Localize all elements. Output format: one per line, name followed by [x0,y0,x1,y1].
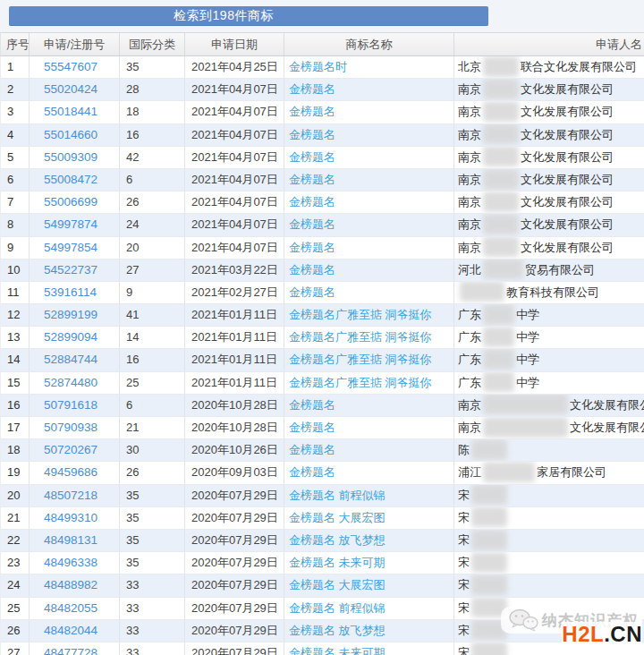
trademark-name-link[interactable]: 金榜题名 [289,128,335,141]
trademark-name-link[interactable]: 金榜题名 [289,105,335,118]
header-registration-number: 申请/注册号 [30,33,120,55]
trademark-name-link[interactable]: 金榜题名广雅至掂 洞爷挺你 [289,330,432,344]
applicant-name: 教育科技有限公司 [454,282,644,303]
registration-number-link[interactable]: 50790938 [44,421,97,434]
trademark-name-link[interactable]: 金榜题名 [289,421,335,434]
trademark-name-link[interactable]: 金榜题名时 [289,60,347,73]
registration-number-link[interactable]: 55020424 [44,82,97,96]
registration-number-link[interactable]: 54997854 [44,241,97,254]
trademark-name-link[interactable]: 金榜题名广雅至掂 洞爷挺你 [289,376,432,389]
registration-number-link[interactable]: 50791618 [44,398,97,412]
censored-blur-patch [483,259,523,280]
intl-class-value: 33 [120,598,185,619]
applicant-name: 广东中学 [454,304,644,326]
trademark-name-link[interactable]: 金榜题名 [289,195,335,208]
registration-number-link[interactable]: 48498131 [44,533,97,547]
trademark-name-link[interactable]: 金榜题名 [289,398,335,412]
censored-blur-patch [483,169,519,190]
trademark-name-link[interactable]: 金榜题名 未来可期 [289,556,386,569]
table-header: 序号 申请/注册号 国际分类 申请日期 商标名称 申请人名 [0,32,644,56]
registration-number-link[interactable]: 52899199 [44,308,97,321]
applicant-name: 广东中学 [454,372,644,394]
applicant-name-prefix: 南京 [458,150,481,164]
trademark-name-link[interactable]: 金榜题名 大展宏图 [289,578,386,591]
applicant-name: 宋 [454,552,644,574]
censored-blur-patch [483,191,519,212]
registration-number-link[interactable]: 55018441 [44,105,97,118]
registration-number-link[interactable]: 55008472 [44,173,97,186]
trademark-name-link[interactable]: 金榜题名广雅至掂 洞爷挺你 [289,353,432,366]
registration-number-link[interactable]: 53916114 [44,285,97,299]
registration-number-link[interactable]: 48482044 [44,624,97,637]
applicant-name-prefix: 广东 [458,353,481,366]
registration-number-link[interactable]: 52874480 [44,376,97,389]
trademark-name-link[interactable]: 金榜题名 前程似锦 [289,601,386,615]
registration-number-link[interactable]: 55014660 [44,128,97,141]
registration-number-link[interactable]: 48477728 [44,646,97,655]
intl-class-value: 6 [120,169,185,191]
trademark-name-link[interactable]: 金榜题名广雅至掂 洞爷挺你 [289,308,432,321]
trademark-name-link[interactable]: 金榜题名 [289,173,335,186]
trademark-name-link[interactable]: 金榜题名 前程似锦 [289,489,386,502]
intl-class-value: 30 [120,439,185,461]
registration-number-link[interactable]: 54522737 [44,263,97,276]
censored-blur-patch [483,304,514,325]
application-date-value: 2021年04月07日 [185,214,284,235]
trademark-name-link[interactable]: 金榜题名 [289,465,335,479]
row-serial-number: 9 [1,237,30,259]
censored-blur-patch [483,349,514,370]
applicant-name-prefix: 广东 [458,376,481,389]
censored-blur-patch [483,124,519,145]
trademark-name-link[interactable]: 金榜题名 [289,150,335,164]
trademark-name-link[interactable]: 金榜题名 放飞梦想 [289,533,386,547]
applicant-name-prefix: 南京 [458,217,481,231]
registration-number-link[interactable]: 52899094 [44,330,97,344]
table-row: 5 55009309 42 2021年04月07日 金榜题名 南京文化发展有限公… [1,147,644,169]
trademark-name-link[interactable]: 金榜题名 [289,443,335,456]
registration-number-link[interactable]: 48499310 [44,511,97,524]
registration-number-link[interactable]: 55006699 [44,195,97,208]
watermark: 纳杰知识产权 H2L.CN [487,607,644,648]
applicant-name-prefix: 广东 [458,308,481,321]
row-serial-number: 11 [1,282,30,303]
trademark-name-link[interactable]: 金榜题名 未来可期 [289,646,386,655]
censored-blur-patch [483,237,519,258]
intl-class-value: 26 [120,462,185,483]
trademark-name-link[interactable]: 金榜题名 [289,82,335,96]
trademark-name-link[interactable]: 金榜题名 大展宏图 [289,511,386,524]
registration-number-link[interactable]: 52884744 [44,353,97,366]
applicant-name-prefix: 宋 [458,511,470,524]
registration-number-link[interactable]: 48507218 [44,489,97,502]
applicant-name-suffix: 文化发展有限公司 [570,398,644,412]
intl-class-value: 27 [120,259,185,281]
trademark-table: 序号 申请/注册号 国际分类 申请日期 商标名称 申请人名 1 55547607… [0,32,644,655]
trademark-name-link[interactable]: 金榜题名 放飞梦想 [289,624,386,637]
registration-number-link[interactable]: 55009309 [44,150,97,164]
applicant-name-suffix: 联合文化发展有限公司 [521,60,637,73]
applicant-name-suffix: 文化发展有限公司 [521,217,614,231]
registration-number-link[interactable]: 50720267 [44,443,97,456]
trademark-name-link[interactable]: 金榜题名 [289,285,335,299]
table-row: 21 48499310 35 2020年07月29日 金榜题名 大展宏图 宋 [1,507,644,530]
trademark-name-link[interactable]: 金榜题名 [289,241,335,254]
applicant-name-prefix: 南京 [458,195,481,208]
trademark-name-link[interactable]: 金榜题名 [289,217,335,231]
header-intl-class: 国际分类 [120,33,185,55]
registration-number-link[interactable]: 48488982 [44,578,97,591]
applicant-name-suffix: 中学 [516,353,539,366]
registration-number-link[interactable]: 54997874 [44,217,97,231]
registration-number-link[interactable]: 48482055 [44,601,97,615]
table-row: 6 55008472 6 2021年04月07日 金榜题名 南京文化发展有限公司 [1,169,644,191]
censored-blur-patch [471,439,507,460]
application-date-value: 2021年04月07日 [185,147,284,168]
registration-number-link[interactable]: 55547607 [44,60,97,73]
table-row: 24 48488982 33 2020年07月29日 金榜题名 大展宏图 宋 [1,574,644,597]
row-serial-number: 12 [1,304,30,326]
application-date-value: 2021年04月07日 [185,169,284,191]
applicant-name: 南京文化发展有限公司 [454,169,644,191]
registration-number-link[interactable]: 48496338 [44,556,97,569]
intl-class-value: 16 [120,349,185,370]
censored-blur-patch [471,530,507,550]
registration-number-link[interactable]: 49459686 [44,465,97,479]
trademark-name-link[interactable]: 金榜题名 [289,263,335,276]
